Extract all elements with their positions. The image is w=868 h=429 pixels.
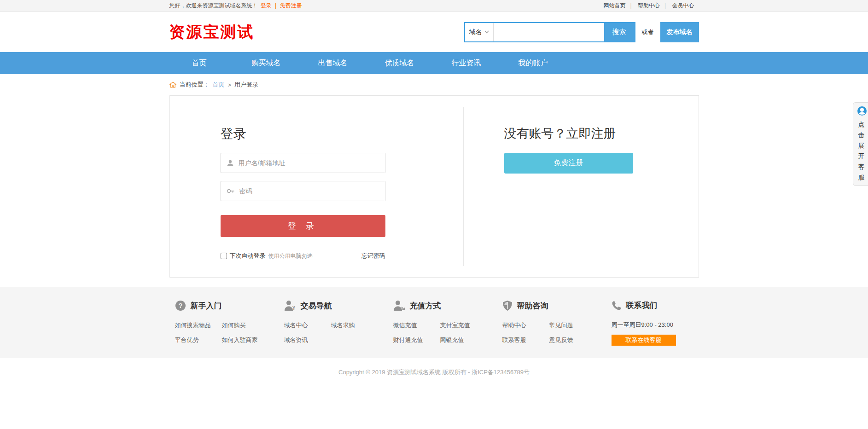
footer-link[interactable]: 帮助中心 [502, 321, 549, 330]
footer-col-title: 充值方式 [410, 301, 441, 311]
password-field-wrap [221, 181, 385, 201]
search-input[interactable] [494, 23, 604, 41]
nav-item-premium-domain[interactable]: 优质域名 [370, 52, 430, 74]
footer-link[interactable]: 网银充值 [440, 336, 502, 344]
domain-search-area: 域名 搜索 或者 发布域名 [464, 22, 699, 42]
footer-col-help: 帮助咨询 帮助中心 常见问题 联系客服 意见反馈 [502, 300, 612, 346]
footer-col-title: 联系我们 [626, 300, 658, 311]
topbar: 您好，欢迎来资源宝测试域名系统！ 登录 | 免费注册 网站首页| 帮助中心| 会… [0, 0, 868, 12]
footer-link[interactable]: 域名资讯 [284, 336, 331, 344]
login-options: 下次自动登录 使用公用电脑勿选 忘记密码 [221, 252, 385, 260]
nav-item-sell-domain[interactable]: 出售域名 [303, 52, 363, 74]
footer-link[interactable]: 微信充值 [393, 321, 440, 330]
expand-service-label: 点 击 展 开 客 服 [853, 121, 868, 182]
username-field-wrap [221, 153, 385, 173]
footer-link[interactable]: 财付通充值 [393, 336, 440, 344]
topbar-link-member-center[interactable]: 会员中心 [672, 2, 694, 9]
breadcrumb-separator: > [228, 81, 232, 88]
home-icon [169, 81, 176, 88]
topbar-separator: | [275, 2, 276, 9]
register-section: 没有账号？立即注册 免费注册 [504, 125, 633, 174]
password-input[interactable] [239, 181, 385, 201]
auto-login-label: 下次自动登录 [230, 252, 266, 260]
user-icon [227, 159, 234, 167]
search-button[interactable]: 搜索 [604, 23, 635, 41]
shield-icon [502, 300, 513, 311]
site-logo[interactable]: 资源宝测试 [169, 22, 255, 43]
divider: | [630, 2, 632, 9]
service-hours: 周一至周日9:00 - 23:00 [612, 321, 676, 329]
header: 资源宝测试 域名 搜索 或者 发布域名 [0, 12, 868, 52]
qq-service-icon [856, 105, 868, 117]
main-nav: 首页 购买域名 出售域名 优质域名 行业资讯 我的账户 [0, 52, 868, 74]
footer: ? 新手入门 如何搜索物品 如何购买 平台优势 如何入驻商家 ¥ 交易导航 域名… [0, 287, 868, 358]
vertical-divider [463, 107, 464, 266]
auto-login-hint: 使用公用电脑勿选 [268, 252, 313, 260]
search-box: 域名 搜索 [464, 22, 635, 42]
breadcrumb: 当前位置： 首页 > 用户登录 [0, 74, 868, 95]
footer-col-trade: ¥ 交易导航 域名中心 域名求购 域名资讯 [284, 300, 393, 346]
footer-link[interactable]: 域名中心 [284, 321, 331, 330]
auto-login-option: 下次自动登录 使用公用电脑勿选 [221, 252, 313, 260]
publish-domain-button[interactable]: 发布域名 [660, 22, 699, 42]
search-category-select[interactable]: 域名 [465, 23, 494, 41]
footer-link[interactable]: 如何入驻商家 [222, 336, 284, 344]
login-submit-button[interactable]: 登 录 [221, 215, 385, 237]
copyright-text: Copyright © 2019 资源宝测试域名系统 版权所有 - 浙ICP备1… [0, 368, 868, 377]
login-title: 登录 [221, 125, 385, 143]
question-circle-icon: ? [175, 300, 186, 311]
login-panel: 登录 登 录 下次自动登录 使用公用电脑勿选 [169, 95, 699, 278]
footer-col-title: 帮助咨询 [517, 301, 548, 311]
welcome-text: 您好，欢迎来资源宝测试域名系统！ [169, 2, 258, 9]
footer-col-recharge: 充值方式 微信充值 支付宝充值 财付通充值 网银充值 [393, 300, 502, 346]
footer-col-title: 交易导航 [301, 301, 332, 311]
contact-online-service-button[interactable]: 联系在线客服 [612, 335, 676, 346]
breadcrumb-home-link[interactable]: 首页 [213, 81, 225, 89]
auto-login-checkbox[interactable] [221, 253, 227, 259]
topbar-link-site-home[interactable]: 网站首页 [604, 2, 626, 9]
topbar-link-help-center[interactable]: 帮助中心 [638, 2, 660, 9]
topbar-register-link[interactable]: 免费注册 [280, 2, 302, 9]
nav-item-home[interactable]: 首页 [169, 52, 229, 74]
topbar-welcome-area: 您好，欢迎来资源宝测试域名系统！ 登录 | 免费注册 [169, 2, 303, 10]
nav-item-buy-domain[interactable]: 购买域名 [236, 52, 296, 74]
footer-col-beginner: ? 新手入门 如何搜索物品 如何购买 平台优势 如何入驻商家 [175, 300, 284, 346]
topbar-links: 网站首页| 帮助中心| 会员中心 [599, 2, 699, 10]
username-input[interactable] [239, 153, 385, 173]
footer-link[interactable]: 域名求购 [331, 321, 393, 330]
search-category-label: 域名 [469, 28, 482, 36]
footer-link[interactable]: 如何搜索物品 [175, 321, 222, 330]
footer-link[interactable]: 如何购买 [222, 321, 284, 330]
breadcrumb-current: 用户登录 [234, 81, 258, 89]
footer-link[interactable]: 意见反馈 [549, 336, 612, 344]
free-register-button[interactable]: 免费注册 [504, 153, 633, 174]
chevron-down-icon [484, 30, 489, 34]
footer-link[interactable]: 平台优势 [175, 336, 222, 344]
footer-link[interactable]: 常见问题 [549, 321, 612, 330]
svg-text:¥: ¥ [292, 305, 295, 311]
trade-person-icon: ¥ [284, 300, 296, 311]
or-text: 或者 [642, 28, 654, 36]
footer-link[interactable]: 支付宝充值 [440, 321, 502, 330]
footer-col-title: 新手入门 [191, 301, 222, 311]
breadcrumb-prefix: 当前位置： [180, 81, 210, 89]
key-icon [227, 188, 235, 194]
login-section: 登录 登 录 下次自动登录 使用公用电脑勿选 [221, 125, 385, 260]
forgot-password-link[interactable]: 忘记密码 [361, 252, 385, 260]
divider: | [664, 2, 666, 9]
nav-item-my-account[interactable]: 我的账户 [503, 52, 563, 74]
footer-link[interactable]: 联系客服 [502, 336, 549, 344]
footer-col-contact: 联系我们 周一至周日9:00 - 23:00 联系在线客服 [612, 300, 676, 346]
recharge-person-icon [393, 300, 405, 311]
phone-icon [612, 301, 622, 311]
register-title: 没有账号？立即注册 [504, 125, 633, 142]
customer-service-float-panel[interactable]: 点 击 展 开 客 服 [853, 102, 868, 186]
topbar-login-link[interactable]: 登录 [261, 2, 272, 9]
nav-item-industry-news[interactable]: 行业资讯 [437, 52, 496, 74]
svg-text:?: ? [178, 302, 182, 309]
